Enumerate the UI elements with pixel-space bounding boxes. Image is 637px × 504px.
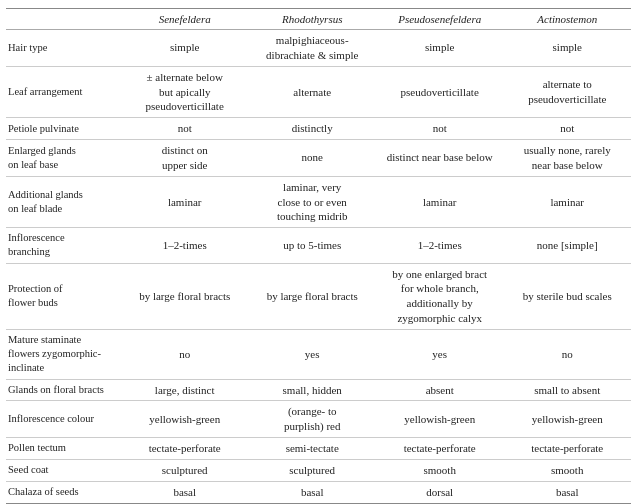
value-cell: tectate-perforate: [121, 438, 249, 460]
col-header-pseudosenefeldera: Pseudosenefeldera: [376, 9, 504, 30]
trait-cell: Leaf arrangement: [6, 66, 121, 118]
trait-cell: Glands on floral bracts: [6, 379, 121, 401]
trait-cell: Protection offlower buds: [6, 263, 121, 329]
value-cell: up to 5-times: [248, 228, 376, 263]
value-cell: usually none, rarelynear base below: [503, 140, 631, 177]
trait-cell: Inflorescencebranching: [6, 228, 121, 263]
value-cell: absent: [376, 379, 504, 401]
value-cell: 1–2-times: [376, 228, 504, 263]
value-cell: yellowish-green: [376, 401, 504, 438]
value-cell: not: [121, 118, 249, 140]
trait-cell: Additional glandson leaf blade: [6, 176, 121, 228]
value-cell: small to absent: [503, 379, 631, 401]
value-cell: basal: [121, 481, 249, 503]
table-row: Inflorescencebranching1–2-timesup to 5-t…: [6, 228, 631, 263]
value-cell: sculptured: [121, 459, 249, 481]
value-cell: dorsal: [376, 481, 504, 503]
table-row: Leaf arrangement± alternate belowbut api…: [6, 66, 631, 118]
value-cell: large, distinct: [121, 379, 249, 401]
table-header-row: Senefeldera Rhodothyrsus Pseudosenefelde…: [6, 9, 631, 30]
trait-cell: Pollen tectum: [6, 438, 121, 460]
table-row: Mature staminateflowers zygomorphic-incl…: [6, 330, 631, 380]
value-cell: laminar: [376, 176, 504, 228]
trait-cell: Mature staminateflowers zygomorphic-incl…: [6, 330, 121, 380]
value-cell: no: [121, 330, 249, 380]
value-cell: yes: [248, 330, 376, 380]
value-cell: simple: [121, 30, 249, 67]
trait-cell: Petiole pulvinate: [6, 118, 121, 140]
table-row: Hair typesimplemalpighiaceous-dibrachiat…: [6, 30, 631, 67]
table-row: Glands on floral bractslarge, distinctsm…: [6, 379, 631, 401]
table-row: Protection offlower budsby large floral …: [6, 263, 631, 329]
table-row: Pollen tectumtectate-perforatesemi-tecta…: [6, 438, 631, 460]
comparison-table-container: Senefeldera Rhodothyrsus Pseudosenefelde…: [0, 0, 637, 504]
value-cell: 1–2-times: [121, 228, 249, 263]
value-cell: by large floral bracts: [121, 263, 249, 329]
value-cell: basal: [248, 481, 376, 503]
value-cell: by large floral bracts: [248, 263, 376, 329]
value-cell: not: [503, 118, 631, 140]
value-cell: smooth: [503, 459, 631, 481]
table-row: Inflorescence colouryellowish-green(oran…: [6, 401, 631, 438]
trait-cell: Hair type: [6, 30, 121, 67]
value-cell: distinctly: [248, 118, 376, 140]
value-cell: alternate: [248, 66, 376, 118]
value-cell: no: [503, 330, 631, 380]
value-cell: alternate topseudoverticillate: [503, 66, 631, 118]
col-header-trait: [6, 9, 121, 30]
table-row: Enlarged glandson leaf basedistinct onup…: [6, 140, 631, 177]
value-cell: by sterile bud scales: [503, 263, 631, 329]
value-cell: smooth: [376, 459, 504, 481]
value-cell: semi-tectate: [248, 438, 376, 460]
value-cell: yellowish-green: [121, 401, 249, 438]
trait-cell: Seed coat: [6, 459, 121, 481]
value-cell: (orange- topurplish) red: [248, 401, 376, 438]
value-cell: simple: [376, 30, 504, 67]
table-row: Additional glandson leaf bladelaminarlam…: [6, 176, 631, 228]
value-cell: laminar: [121, 176, 249, 228]
col-header-rhodothyrsus: Rhodothyrsus: [248, 9, 376, 30]
col-header-actinostemon: Actinostemon: [503, 9, 631, 30]
trait-cell: Enlarged glandson leaf base: [6, 140, 121, 177]
table-row: Petiole pulvinatenotdistinctlynotnot: [6, 118, 631, 140]
value-cell: sculptured: [248, 459, 376, 481]
value-cell: small, hidden: [248, 379, 376, 401]
value-cell: laminar, veryclose to or eventouching mi…: [248, 176, 376, 228]
value-cell: simple: [503, 30, 631, 67]
comparison-table: Senefeldera Rhodothyrsus Pseudosenefelde…: [6, 8, 631, 504]
value-cell: none: [248, 140, 376, 177]
value-cell: ± alternate belowbut apicallypseudoverti…: [121, 66, 249, 118]
value-cell: by one enlarged bractfor whole branch,ad…: [376, 263, 504, 329]
value-cell: not: [376, 118, 504, 140]
value-cell: pseudoverticillate: [376, 66, 504, 118]
value-cell: basal: [503, 481, 631, 503]
value-cell: laminar: [503, 176, 631, 228]
value-cell: yellowish-green: [503, 401, 631, 438]
value-cell: distinct onupper side: [121, 140, 249, 177]
col-header-senefeldera: Senefeldera: [121, 9, 249, 30]
value-cell: distinct near base below: [376, 140, 504, 177]
table-row: Chalaza of seedsbasalbasaldorsalbasal: [6, 481, 631, 503]
value-cell: tectate-perforate: [376, 438, 504, 460]
table-row: Seed coatsculpturedsculpturedsmoothsmoot…: [6, 459, 631, 481]
trait-cell: Chalaza of seeds: [6, 481, 121, 503]
value-cell: tectate-perforate: [503, 438, 631, 460]
value-cell: yes: [376, 330, 504, 380]
value-cell: none [simple]: [503, 228, 631, 263]
table-body: Hair typesimplemalpighiaceous-dibrachiat…: [6, 30, 631, 504]
trait-cell: Inflorescence colour: [6, 401, 121, 438]
value-cell: malpighiaceous-dibrachiate & simple: [248, 30, 376, 67]
